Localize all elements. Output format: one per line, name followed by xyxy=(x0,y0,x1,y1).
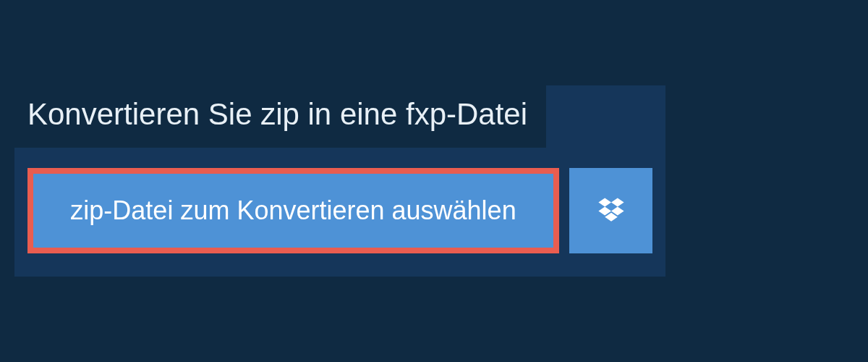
dropbox-icon xyxy=(595,195,627,227)
dropbox-button[interactable] xyxy=(569,168,652,253)
button-row: zip-Datei zum Konvertieren auswählen xyxy=(14,148,665,277)
converter-panel: Konvertieren Sie zip in eine fxp-Datei z… xyxy=(14,85,665,277)
select-file-label: zip-Datei zum Konvertieren auswählen xyxy=(70,195,516,226)
select-file-button[interactable]: zip-Datei zum Konvertieren auswählen xyxy=(27,168,559,253)
page-heading: Konvertieren Sie zip in eine fxp-Datei xyxy=(14,84,546,148)
